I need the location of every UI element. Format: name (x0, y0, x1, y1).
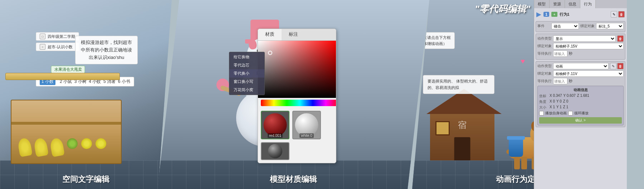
ctx-item-4[interactable]: 窗口换小写 (229, 78, 264, 86)
thumb-red001[interactable]: red.001 (261, 111, 289, 139)
shelf-top (5, 73, 120, 80)
tab-model[interactable]: 模型 (534, 0, 550, 8)
banana-1 (17, 137, 33, 157)
event-row: 事件 碰击 绑定对象 标注_5 (537, 23, 624, 29)
event-select[interactable]: 碰击 (551, 23, 579, 29)
color-cursor (268, 51, 272, 55)
pos-label: 坐标 (539, 94, 548, 99)
action1-btns: 🗑 (617, 35, 624, 42)
add-behavior-btn[interactable]: + (551, 12, 557, 17)
angle-label: 角度 (539, 99, 548, 104)
shelf-box (11, 100, 122, 164)
action2-type-row: 动作类型 动画 ✎ 🗑 (537, 63, 624, 69)
tab-info[interactable]: 信息 (565, 0, 580, 8)
wait-label-2: 等待执行 (537, 79, 552, 84)
wait-input-2[interactable] (553, 78, 567, 84)
behavior-header: ▶ 1 + 行为1 ✎ 🗑 (536, 10, 625, 19)
action1-type-row: 动作类型 显示 🗑 (537, 35, 624, 42)
confirm-button[interactable]: 确认 > (539, 117, 622, 124)
action1-wait-row: 等待执行 秒 (537, 50, 624, 57)
house-char: 宿 (458, 119, 467, 131)
material-thumbnails: red.001 white.0 (258, 108, 336, 163)
loop-checkbox[interactable] (568, 111, 573, 116)
action1-target-row: 绑定对象 桂柚鲜子.15V (537, 43, 624, 49)
sphere-dark (268, 144, 282, 158)
dog-leg-fl (514, 157, 520, 169)
description-box: 模拟漫游超市，找到超市 中所有的小数且正确地读 出来认识xiao'shu (75, 36, 138, 64)
angle-y: Y 0 (556, 99, 562, 104)
action1-type-select[interactable]: 显示 (553, 35, 616, 42)
dog-leg-fr (521, 157, 527, 169)
action2-target-select[interactable]: 桂柚鲜子.11V (553, 70, 624, 77)
tab-annotation[interactable]: 标注 (282, 29, 305, 40)
action1-type-label: 动作类型 (537, 36, 552, 41)
angle-x: X 0 (550, 99, 555, 104)
section-material-edit: › (157, 0, 429, 189)
behavior-actions: ✎ 🗑 (611, 11, 625, 18)
hue-strip[interactable] (261, 100, 336, 106)
section2-caption: 模型材质编辑 (157, 174, 429, 185)
scale-y: Y 1 (556, 105, 562, 110)
edit-action2-icon[interactable]: ✎ (610, 63, 616, 69)
action2-btns: ✎ 🗑 (610, 63, 624, 69)
action1-target-label: 绑定对象 (537, 44, 552, 49)
expand-icon[interactable]: ▶ (536, 10, 541, 18)
wait-unit: 秒 (569, 51, 572, 56)
thumb-extra1[interactable] (261, 142, 289, 160)
mat-label-red: red.001 (268, 133, 283, 138)
section-animation-behavior: "零代码编辑" 宿 （请点击下方框体继续动画） (412, 0, 627, 189)
ctx-item-5[interactable]: 万花筒小窝 (229, 86, 264, 94)
del-action1-btn[interactable]: 🗑 (617, 35, 624, 42)
action2-type-label: 动作类型 (537, 64, 552, 69)
subject-icon: ○ (40, 44, 45, 50)
dark-overlay (258, 41, 336, 98)
pos-z: Z 1.681 (577, 94, 589, 99)
action2-target-row: 绑定对象 桂柚鲜子.11V (537, 70, 624, 77)
wait-input[interactable] (553, 50, 567, 57)
tab-material[interactable]: 材质 (258, 29, 282, 40)
section-spatial-text: □ 四年级第二学期 ○ 超市-认识小数 模拟漫游超市，找到超市 中所有的小数且正… (0, 0, 172, 189)
shelf-divider (11, 122, 121, 125)
banana-2 (33, 137, 49, 157)
action-block-1: 动作类型 显示 🗑 绑定对象 桂柚鲜子.15V (536, 34, 625, 60)
angle-z: Z 0 (563, 99, 568, 104)
action-block-2: 动作类型 动画 ✎ 🗑 绑定对象 桂柚鲜子.11V (536, 61, 625, 127)
target-select[interactable]: 标注_5 (596, 23, 624, 29)
house-window (435, 121, 450, 135)
wait-label: 等待执行 (537, 51, 552, 56)
tab-behavior[interactable]: 行为 (580, 0, 596, 8)
house-door (454, 137, 470, 160)
delete-behavior-btn[interactable]: 🗑 (618, 11, 625, 18)
bucket-top (507, 136, 525, 140)
play-self-checkbox[interactable] (539, 111, 544, 116)
ctx-item-2[interactable]: 零代边芯 (229, 61, 264, 69)
grade-box: □ 四年级第二学期 (36, 32, 79, 41)
mat-label-white: white.0 (299, 133, 314, 138)
fruit-3 (96, 138, 106, 149)
house-body: 宿 (430, 114, 494, 160)
action2-wait-row: 等待执行 秒 (537, 78, 624, 84)
ctx-item-3[interactable]: 零代换小 (229, 69, 264, 78)
main-container: □ 四年级第二学期 ○ 超市-认识小数 模拟漫游超市，找到超市 中所有的小数且正… (0, 0, 644, 189)
ctx-item-1[interactable]: 给它换物 (229, 53, 264, 61)
zero-code-title: "零代码编辑" (475, 3, 530, 15)
section1-caption: 空间文字编辑 (0, 174, 172, 185)
color-picker-panel[interactable]: 材质 标注 red.001 (258, 29, 336, 163)
shelf-area: 水果清仓大甩卖 (7, 78, 129, 164)
behavior-note: 要选择实用的、 体型稍大的、舒适 的、容易清洗的拟 (423, 75, 494, 94)
del-action2-btn[interactable]: 🗑 (617, 63, 624, 69)
desc-line3: 出来认识xiao'shu (81, 54, 132, 61)
tab-resource[interactable]: 资源 (550, 0, 565, 8)
snowman-eye-l (248, 39, 258, 50)
scale-x: X 1 (550, 105, 555, 110)
shelf-label: 水果清仓大甩卖 (51, 66, 85, 73)
play-label: 播放自身动画 (545, 111, 567, 116)
behavior-label: 行为1 (560, 12, 570, 17)
action2-target-label: 绑定对象 (537, 71, 552, 76)
panel-tabs: 模型 资源 信息 行为 (534, 0, 627, 8)
action1-target-select[interactable]: 桂柚鲜子.15V (553, 43, 624, 49)
action2-type-select[interactable]: 动画 (553, 63, 609, 69)
gradient-area[interactable] (258, 41, 336, 98)
edit-icon[interactable]: ✎ (611, 11, 617, 18)
thumb-white0[interactable]: white.0 (292, 111, 321, 139)
